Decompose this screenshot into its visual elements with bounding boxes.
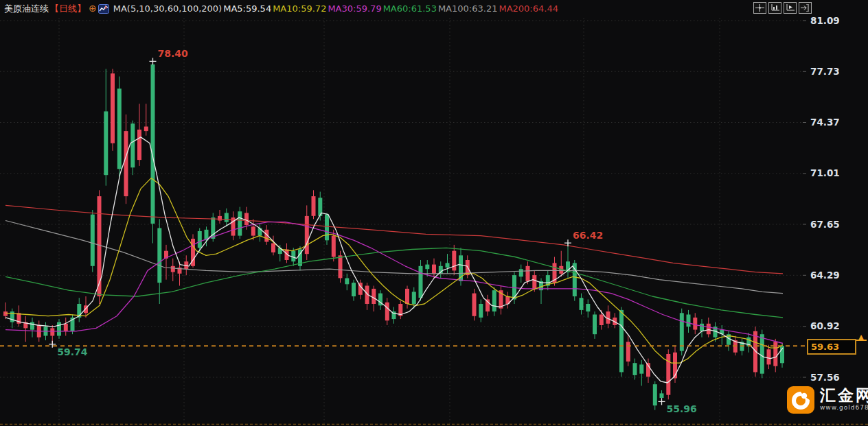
- site-logo: 汇金网 www.gold678.com: [787, 386, 868, 414]
- instrument-title: 美原油连续: [4, 3, 49, 14]
- candle: [3, 311, 8, 316]
- svg-text:78.40: 78.40: [158, 48, 189, 59]
- ma-value-4: MA100:63.21: [438, 3, 498, 14]
- candle: [218, 216, 222, 221]
- axis-label: 81.09: [810, 15, 840, 26]
- candle: [91, 215, 95, 266]
- ma-config-label: MA(5,10,30,60,100,200): [113, 3, 222, 14]
- candle: [593, 315, 597, 335]
- candle: [639, 364, 643, 373]
- candle: [238, 211, 242, 235]
- candle: [57, 322, 61, 336]
- candle: [432, 265, 436, 274]
- logo-url: www.gold678.com: [820, 404, 868, 411]
- candle: [419, 266, 423, 298]
- axis-label: 67.65: [810, 219, 840, 230]
- axis-label: 60.92: [810, 320, 840, 331]
- axis-label: 57.56: [810, 372, 840, 383]
- axis-label: 74.37: [810, 117, 840, 128]
- chart-header: 美原油连续 【日线】 ⊕ MA(5,10,30,60,100,200) MA5:…: [4, 3, 561, 14]
- axis-label: 71.01: [810, 167, 840, 178]
- svg-text:66.42: 66.42: [573, 230, 603, 241]
- candle: [693, 318, 697, 330]
- candle: [325, 215, 329, 241]
- candle: [339, 255, 343, 278]
- ma-value-3: MA60:61.53: [383, 3, 437, 14]
- chart-toolbar: [753, 2, 812, 14]
- candle: [573, 263, 577, 296]
- candle: [124, 131, 128, 196]
- logo-name: 汇金网: [820, 386, 868, 404]
- candle: [372, 289, 376, 304]
- period-tag: 【日线】: [50, 3, 86, 14]
- candle: [626, 342, 630, 362]
- price-marker: 59.74: [49, 341, 88, 357]
- candle: [151, 64, 155, 224]
- price-marker: 66.42: [564, 230, 603, 246]
- candle: [660, 393, 664, 398]
- candle: [452, 251, 456, 271]
- candle: [225, 213, 229, 222]
- candle: [767, 349, 771, 364]
- candlestick-chart[interactable]: 81.0977.7374.3771.0167.6564.2960.9257.56…: [0, 0, 868, 426]
- candle: [30, 322, 34, 330]
- candle: [352, 283, 356, 296]
- candle: [345, 279, 349, 285]
- axis-label: 64.29: [810, 270, 840, 281]
- candle: [532, 275, 536, 289]
- candle: [64, 324, 68, 331]
- price-arrow-icon: ▲: [856, 334, 867, 341]
- candle: [198, 231, 202, 248]
- candle: [446, 263, 450, 268]
- ma10-line: [5, 178, 783, 364]
- candle: [332, 236, 336, 257]
- candle: [580, 298, 584, 310]
- candle: [130, 123, 135, 167]
- last-price-tag: 59.63: [807, 339, 856, 355]
- candle: [104, 111, 108, 175]
- axis-play-chart-icon[interactable]: [784, 2, 797, 14]
- candle: [687, 315, 691, 327]
- candle: [707, 324, 711, 335]
- candle: [50, 328, 54, 335]
- candle: [144, 127, 148, 132]
- candle: [98, 196, 102, 296]
- candle: [405, 289, 409, 304]
- candle: [412, 292, 416, 304]
- candle: [111, 73, 115, 143]
- candle: [633, 363, 637, 375]
- candle: [700, 324, 704, 331]
- price-marker: 78.40: [150, 48, 189, 64]
- candle: [586, 304, 590, 311]
- candle: [619, 310, 624, 372]
- ma-value-1: MA10:59.72: [273, 3, 326, 14]
- candle: [137, 130, 141, 160]
- candle: [291, 251, 295, 262]
- candle: [479, 304, 483, 318]
- candle: [753, 331, 757, 372]
- ma-value-5: MA200:64.44: [499, 3, 558, 14]
- candle: [251, 226, 255, 235]
- logo-badge-icon: [787, 386, 814, 414]
- candle: [117, 88, 122, 169]
- axis-label: 77.73: [810, 66, 840, 77]
- ma-value-0: MA5:59.54: [223, 3, 271, 14]
- candle: [312, 196, 316, 216]
- circle-plus-icon[interactable]: ⊕: [89, 3, 97, 14]
- ma-values: MA5:59.54MA10:59.72MA30:59.79MA60:61.53M…: [223, 3, 560, 14]
- ma-value-2: MA30:59.79: [328, 3, 381, 14]
- candle: [385, 303, 389, 321]
- exit-fullscreen-icon[interactable]: [799, 2, 812, 14]
- candle: [305, 216, 309, 254]
- svg-text:59.74: 59.74: [57, 346, 88, 357]
- candle: [760, 334, 764, 374]
- kline-mini-icon[interactable]: [98, 4, 109, 14]
- crosshair-move-icon[interactable]: [753, 2, 766, 14]
- candle: [157, 228, 161, 283]
- candle: [244, 213, 249, 225]
- candle: [519, 269, 523, 276]
- candle: [472, 294, 477, 316]
- axis-left-chart-icon[interactable]: [768, 2, 781, 14]
- candle: [171, 266, 175, 272]
- candle: [653, 384, 657, 405]
